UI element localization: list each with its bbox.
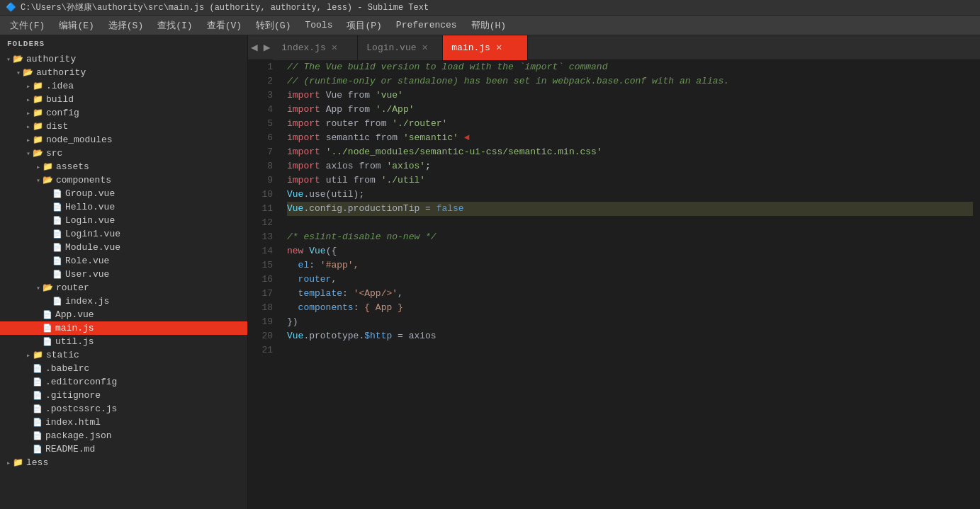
tree-item-readme-md[interactable]: 📄README.md — [0, 442, 247, 456]
line-number-17: 17 — [252, 287, 273, 301]
code-line-7: import '../node_modules/semantic-ui-css/… — [287, 145, 973, 159]
tree-label-node_modules: node_modules — [46, 135, 113, 145]
line-number-2: 2 — [252, 74, 273, 88]
tree-item-role-vue[interactable]: 📄Role.vue — [0, 254, 247, 268]
tree-label-root-authority: authority — [26, 54, 76, 64]
tab-label-login-vue-tab: Login.vue — [366, 42, 416, 53]
tree-item-babelrc[interactable]: 📄.babelrc — [0, 362, 247, 375]
line-numbers: 123456789101112131415161718192021 — [248, 60, 280, 509]
line-number-1: 1 — [252, 60, 273, 74]
file-icon-babelrc: 📄 — [33, 364, 43, 373]
tree-label-less: less — [26, 457, 48, 468]
menu-item-h[interactable]: 帮助(H) — [464, 16, 513, 35]
menu-item-s[interactable]: 选择(S) — [101, 16, 150, 35]
tree-item-login1-vue[interactable]: 📄Login1.vue — [0, 227, 247, 241]
tree-item-index-js-router[interactable]: 📄index.js — [0, 294, 247, 308]
tree-item-postcssrc[interactable]: 📄.postcssrc.js — [0, 402, 247, 416]
tree-label-assets: assets — [56, 161, 89, 172]
menu-item-e[interactable]: 编辑(E) — [52, 16, 101, 35]
code-line-19: }) — [287, 315, 973, 329]
tab-close-main-js-tab[interactable]: ✕ — [496, 42, 502, 52]
tree-item-config[interactable]: ▸📁config — [0, 106, 247, 120]
line-number-7: 7 — [252, 145, 273, 159]
menu-item-i[interactable]: 查找(I) — [150, 16, 199, 35]
tab-next-button[interactable]: ▶ — [261, 40, 274, 55]
tree-label-package-json: package.json — [45, 430, 112, 441]
tab-main-js-tab[interactable]: main.js✕ — [443, 35, 528, 60]
tree-item-router[interactable]: ▾📂router — [0, 281, 247, 294]
tab-prev-button[interactable]: ◀ — [248, 40, 261, 55]
code-line-21 — [287, 343, 973, 358]
tree-item-components[interactable]: ▾📂components — [0, 173, 247, 187]
tree-item-hello-vue[interactable]: 📄Hello.vue — [0, 200, 247, 214]
tree-item-util-js[interactable]: 📄util.js — [0, 335, 247, 348]
code-line-6: import semantic from 'semantic' ◄ — [287, 131, 973, 145]
tab-index-js-tab[interactable]: index.js✕ — [273, 35, 358, 60]
code-editor[interactable]: 123456789101112131415161718192021 // The… — [248, 60, 980, 509]
tree-item-assets[interactable]: ▸📁assets — [0, 160, 247, 173]
folder-arrow-components: ▾ — [34, 176, 43, 185]
file-icon-login-vue: 📄 — [52, 216, 62, 225]
tree-label-build: build — [46, 94, 74, 105]
tree-item-root-authority[interactable]: ▾📂authority — [0, 52, 247, 66]
tree-item-login-vue[interactable]: 📄Login.vue — [0, 214, 247, 227]
tree-item-less[interactable]: ▸📁less — [0, 456, 247, 469]
file-icon-user-vue: 📄 — [52, 270, 62, 279]
tree-item-dist[interactable]: ▸📁dist — [0, 120, 247, 133]
tree-label-login1-vue: Login1.vue — [65, 229, 120, 239]
title-text: C:\Users\孙继康\authority\src\main.js (auth… — [21, 1, 429, 13]
menu-item-g[interactable]: 转到(G) — [249, 16, 298, 35]
tree-item-static[interactable]: ▸📁static — [0, 348, 247, 362]
tree-item-module-vue[interactable]: 📄Module.vue — [0, 241, 247, 254]
folder-arrow-assets: ▸ — [34, 163, 43, 171]
folder-icon-router: 📂 — [43, 282, 53, 293]
tree-item-package-json[interactable]: 📄package.json — [0, 429, 247, 442]
tree-item-editorconfig[interactable]: 📄.editorconfig — [0, 375, 247, 389]
folder-icon-authority2: 📂 — [23, 67, 33, 78]
line-number-20: 20 — [252, 329, 273, 343]
tree-item-gitignore[interactable]: 📄.gitignore — [0, 389, 247, 402]
menu-item-v[interactable]: 查看(V) — [200, 16, 249, 35]
file-tree: ▾📂authority▾📂authority▸📁.idea▸📁build▸📁co… — [0, 52, 247, 469]
tree-item-src[interactable]: ▾📂src — [0, 147, 247, 160]
file-icon-editorconfig: 📄 — [33, 377, 43, 387]
tree-label-group-vue: Group.vue — [65, 188, 115, 199]
file-icon-package-json: 📄 — [33, 431, 43, 440]
file-icon-app-vue: 📄 — [43, 310, 52, 319]
code-content[interactable]: // The Vue build version to load with th… — [280, 60, 980, 509]
tree-item-main-js[interactable]: 📄main.js — [0, 321, 247, 335]
tree-item-build[interactable]: ▸📁build — [0, 93, 247, 106]
file-icon-main-js: 📄 — [43, 324, 52, 333]
tree-label-idea: .idea — [46, 81, 74, 91]
menu-item-p[interactable]: 项目(P) — [339, 16, 388, 35]
line-number-19: 19 — [252, 315, 273, 329]
tree-label-main-js: main.js — [55, 323, 94, 333]
menu-item-tools[interactable]: Tools — [298, 17, 339, 33]
file-icon-postcssrc: 📄 — [33, 404, 43, 413]
tree-item-authority2[interactable]: ▾📂authority — [0, 66, 247, 79]
line-number-11: 11 — [252, 202, 273, 216]
folder-icon-static: 📁 — [33, 350, 43, 360]
menu-item-f[interactable]: 文件(F) — [3, 16, 52, 35]
tree-label-user-vue: User.vue — [65, 269, 109, 280]
code-line-18: components: { App } — [287, 301, 973, 315]
tree-item-group-vue[interactable]: 📄Group.vue — [0, 187, 247, 200]
tabs-container: index.js✕Login.vue✕main.js✕ — [273, 35, 528, 60]
code-line-3: import Vue from 'vue' — [287, 88, 973, 103]
tree-label-router: router — [56, 282, 89, 293]
menu-item-preferences[interactable]: Preferences — [389, 17, 464, 33]
folder-icon-src: 📂 — [33, 148, 43, 159]
tree-label-src: src — [46, 148, 62, 159]
code-line-12 — [287, 216, 973, 230]
tree-item-idea[interactable]: ▸📁.idea — [0, 79, 247, 93]
tree-item-node_modules[interactable]: ▸📁node_modules — [0, 133, 247, 147]
tab-close-index-js-tab[interactable]: ✕ — [332, 42, 337, 52]
tab-login-vue-tab[interactable]: Login.vue✕ — [358, 35, 443, 60]
code-line-8: import axios from 'axios'; — [287, 159, 973, 173]
line-number-8: 8 — [252, 159, 273, 173]
tab-close-login-vue-tab[interactable]: ✕ — [422, 42, 428, 52]
code-line-2: // (runtime-only or standalone) has been… — [287, 74, 973, 88]
tree-item-index-html[interactable]: 📄index.html — [0, 416, 247, 429]
tree-item-user-vue[interactable]: 📄User.vue — [0, 268, 247, 281]
tree-item-app-vue[interactable]: 📄App.vue — [0, 308, 247, 321]
